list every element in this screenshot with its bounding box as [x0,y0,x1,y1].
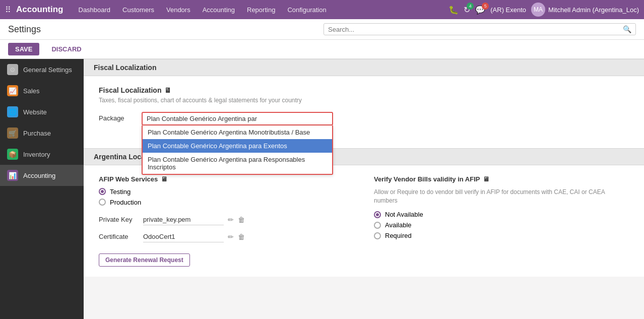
sidebar-item-general-settings[interactable]: ⚙ General Settings [0,59,84,80]
verify-title: Verify Vendor Bills validity in AFIP 🖥 [374,175,629,183]
package-row: Package Plan Contable Genérico Argentina… [99,112,333,125]
private-key-label: Private Key [99,216,139,223]
radio-testing-label: Testing [110,188,131,196]
fiscal-section-title: Fiscal Localization [94,63,156,72]
radio-production[interactable]: Production [99,199,354,206]
sidebar-label-website: Website [23,108,47,116]
radio-available-label: Available [385,221,412,229]
website-icon: 🌐 [7,106,18,117]
sidebar-item-sales[interactable]: 📈 Sales [0,80,84,101]
save-button[interactable]: SAVE [8,43,39,55]
radio-testing[interactable]: Testing [99,188,354,196]
nav-reporting[interactable]: Reporting [242,4,280,16]
fiscal-field-description: Taxes, fiscal positions, chart of accoun… [99,96,333,105]
afip-radio-group: Testing Production [99,188,354,206]
private-key-row: Private Key ✏ 🗑 [99,214,354,225]
sidebar-item-purchase[interactable]: 🛒 Purchase [0,122,84,144]
generate-renewal-button[interactable]: Generate Renewal Request [99,253,190,267]
user-menu[interactable]: MA Mitchell Admin (Argentina_Loc) [531,3,639,17]
topbar: ⠿ Accounting Dashboard Customers Vendors… [0,0,644,19]
sidebar-label-sales: Sales [23,87,40,95]
company-name: (AR) Exento [490,6,526,14]
sidebar-item-accounting[interactable]: 📊 Accounting [0,165,84,186]
avatar: MA [531,3,545,17]
sidebar-item-website[interactable]: 🌐 Website [0,101,84,122]
nav-vendors[interactable]: Vendors [161,4,196,16]
dropdown-item-2[interactable]: Plan Contable Genérico Argentina para Re… [143,153,332,174]
private-key-delete-icon[interactable]: 🗑 [238,216,245,224]
sidebar-label-purchase: Purchase [23,130,51,137]
afip-icon: 🖥 [161,175,167,183]
fiscal-field-icon: 🖥 [164,86,171,94]
purchase-icon: 🛒 [7,127,18,139]
sales-icon: 📈 [7,85,18,96]
radio-available-circle [374,222,381,229]
certificate-delete-icon[interactable]: 🗑 [238,233,245,241]
topbar-right: 🐛 ↻ 4 💬 5 (AR) Exento MA Mitchell Admin … [448,3,639,17]
afip-title: AFIP Web Services 🖥 [99,175,354,183]
general-settings-icon: ⚙ [7,64,18,75]
message-icon[interactable]: 💬 5 [475,5,485,15]
radio-production-label: Production [110,199,141,206]
nav-accounting[interactable]: Accounting [198,4,240,16]
fiscal-section-header: Fiscal Localization [84,59,644,76]
main-layout: ⚙ General Settings 📈 Sales 🌐 Website 🛒 P… [0,59,644,319]
verify-icon: 🖥 [483,175,489,183]
argentina-section-body: AFIP Web Services 🖥 Testing Production P… [84,165,644,277]
discard-button[interactable]: DISCARD [44,43,88,55]
dropdown-item-0[interactable]: Plan Contable Genérico Argentina Monotri… [143,125,332,139]
message-badge: 5 [482,3,489,10]
package-label: Package [99,112,132,122]
verify-col: Verify Vendor Bills validity in AFIP 🖥 A… [374,175,629,267]
verify-radio-group: Not Available Available Required [374,211,629,239]
radio-available[interactable]: Available [374,221,629,229]
radio-testing-circle [99,188,106,195]
search-icon: 🔍 [623,25,631,33]
content: Fiscal Localization Fiscal Localization … [84,59,644,319]
package-dropdown-wrapper: Plan Contable Genérico Argentina Monotri… [142,112,333,125]
search-bar[interactable]: 🔍 [324,23,636,35]
fiscal-field-title: Fiscal Localization 🖥 [99,86,333,94]
certificate-input[interactable] [143,231,224,242]
fiscal-field-group: Fiscal Localization 🖥 Taxes, fiscal posi… [99,86,629,138]
private-key-edit-icon[interactable]: ✏ [228,216,234,224]
radio-required-label: Required [385,232,412,239]
certificate-label: Certificate [99,233,139,240]
chat-icon[interactable]: ↻ 4 [464,5,470,15]
private-key-input[interactable] [143,214,224,225]
radio-not-available-label: Not Available [385,211,423,218]
page-title: Settings [8,24,41,35]
radio-required[interactable]: Required [374,232,629,239]
package-dropdown-list: Plan Contable Genérico Argentina Monotri… [142,125,333,175]
sidebar-label-inventory: Inventory [23,151,50,158]
inventory-icon: 📦 [7,149,18,160]
fiscal-field-left: Fiscal Localization 🖥 Taxes, fiscal posi… [99,86,333,138]
verify-description: Allow or Require to do vendor bill verif… [374,188,629,205]
debug-icon[interactable]: 🐛 [448,5,459,15]
sidebar-item-inventory[interactable]: 📦 Inventory [0,144,84,165]
afip-col: AFIP Web Services 🖥 Testing Production P… [99,175,354,267]
nav-dashboard[interactable]: Dashboard [74,4,116,16]
certificate-row: Certificate ✏ 🗑 [99,231,354,242]
fiscal-section-body: Fiscal Localization 🖥 Taxes, fiscal posi… [84,76,644,148]
package-input[interactable] [142,112,333,125]
sidebar-label-general-settings: General Settings [23,66,72,74]
radio-not-available[interactable]: Not Available [374,211,629,218]
action-bar: SAVE DISCARD [0,40,644,59]
grid-icon[interactable]: ⠿ [5,5,11,15]
topbar-nav: Dashboard Customers Vendors Accounting R… [74,4,449,16]
sidebar: ⚙ General Settings 📈 Sales 🌐 Website 🛒 P… [0,59,84,319]
nav-configuration[interactable]: Configuration [282,4,331,16]
radio-production-circle [99,199,106,206]
radio-not-available-circle [374,211,381,218]
search-input[interactable] [328,26,623,33]
chat-badge: 4 [467,3,474,10]
certificate-edit-icon[interactable]: ✏ [228,233,234,241]
dropdown-item-1[interactable]: Plan Contable Genérico Argentina para Ex… [143,139,332,153]
radio-required-circle [374,232,381,239]
nav-customers[interactable]: Customers [117,4,159,16]
sidebar-label-accounting: Accounting [23,172,55,179]
user-name: Mitchell Admin (Argentina_Loc) [548,6,639,14]
app-name: Accounting [16,5,63,15]
settings-header: Settings 🔍 [0,19,644,40]
